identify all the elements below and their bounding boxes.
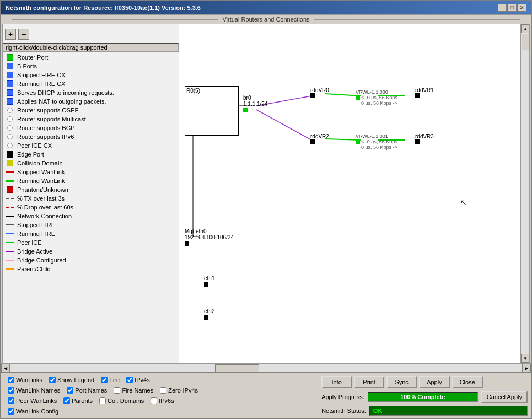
rddVR3-label: rddVR3 <box>415 133 434 139</box>
checkbox-ipv4s[interactable]: IPv4s <box>126 377 150 383</box>
legend-label: Running WanLink <box>17 178 65 184</box>
wanlink-names-checkbox[interactable] <box>8 387 14 394</box>
progress-bar-fill: 100% Complete <box>368 393 477 401</box>
legend-label: Phantom/Unknown <box>17 186 68 193</box>
list-item: Router Port <box>3 53 179 62</box>
checkbox-port-names[interactable]: Port Names <box>67 387 107 394</box>
list-item: Router supports BGP <box>3 123 179 132</box>
eth1-node[interactable]: eth1 <box>204 275 214 287</box>
checkbox-wanlinks[interactable]: WanLinks <box>8 377 42 383</box>
ipv6s-checkbox[interactable] <box>151 397 157 404</box>
rddVR0-node[interactable]: rddVR0 <box>310 87 329 98</box>
legend-label: Parent/Child <box>17 266 51 272</box>
network-canvas[interactable]: R0(5) br0 1.1.1.1/24 rddVR0 VR <box>179 24 520 363</box>
minimize-button[interactable]: – <box>498 4 507 12</box>
rddVR3-node[interactable]: rddVR3 <box>415 133 434 144</box>
running-fire-icon <box>5 230 15 238</box>
mgt-eth0-ip: 192.168.100.106/24 <box>185 234 234 240</box>
edge-port-icon <box>5 151 15 158</box>
list-item: Applies NAT to outgoing packets. <box>3 97 179 106</box>
checkbox-ipv6s[interactable]: IPv6s <box>151 397 174 404</box>
scroll-h-thumb[interactable] <box>215 364 259 372</box>
mgt-eth0-node[interactable]: Mgt-eth0 192.168.100.106/24 <box>185 228 234 246</box>
scroll-down-button[interactable]: ▼ <box>521 354 530 363</box>
list-item: Stopped FIRE CX <box>3 71 179 79</box>
cancel-apply-button[interactable]: Cancel Apply <box>481 391 528 403</box>
legend-panel: + − right-click/double-click/drag suppor… <box>3 24 179 363</box>
checkbox-row-3: Peer WanLinks Parents Col. Domains <box>4 396 314 406</box>
vrwl000-label: VRWL-1.1.000 <box>356 89 397 95</box>
print-button[interactable]: Print <box>354 376 384 388</box>
col-domains-label: Col. Domains <box>108 397 144 404</box>
port-names-checkbox[interactable] <box>67 387 73 394</box>
list-item: Router supports Multicast <box>3 115 179 123</box>
checkbox-zero-ipv4s[interactable]: Zero-IPv4s <box>160 387 198 394</box>
close-button-bottom[interactable]: Close <box>452 376 483 388</box>
horizontal-scrollbar[interactable]: ◀ ▶ <box>1 363 531 372</box>
checkbox-fire[interactable]: Fire <box>101 377 120 383</box>
show-legend-checkbox[interactable] <box>49 377 56 383</box>
rddVR1-node[interactable]: rddVR1 <box>415 87 434 98</box>
rddVR2-node[interactable]: rddVR2 <box>310 133 329 144</box>
legend-label: Peer ICE <box>17 239 42 246</box>
stopped-wanlink-icon <box>5 168 15 176</box>
bottom-controls: WanLinks Show Legend Fire IPv4s <box>1 372 531 418</box>
legend-label: Router supports IPv6 <box>17 133 74 140</box>
rddVR1-port <box>415 93 420 98</box>
checkbox-wanlink-config[interactable]: WanLink Config <box>8 408 58 415</box>
peer-wanlinks-label: Peer WanLinks <box>16 397 57 404</box>
checkbox-wanlink-names[interactable]: WanLink Names <box>8 387 60 394</box>
title-bar-buttons: – □ ✕ <box>498 4 526 12</box>
maximize-button[interactable]: □ <box>508 4 517 12</box>
apply-button[interactable]: Apply <box>419 376 450 388</box>
list-item: Stopped WanLink <box>3 168 179 176</box>
checkbox-col-domains[interactable]: Col. Domains <box>99 397 144 404</box>
zoom-in-button[interactable]: + <box>5 29 16 40</box>
ipv4s-checkbox[interactable] <box>126 377 133 383</box>
legend-label: Collision Domain <box>17 160 63 166</box>
main-window: Netsmith configuration for Resource: lf0… <box>0 0 532 419</box>
bridge-configured-icon <box>5 256 15 264</box>
eth2-port <box>204 315 208 320</box>
col-domains-checkbox[interactable] <box>99 397 106 404</box>
scroll-left-button[interactable]: ◀ <box>1 364 10 373</box>
vrwl001-node[interactable]: VRWL-1.1.001 <- 0 us, 56 Kbps 0 us, 56 K… <box>356 133 397 150</box>
fire-checkbox[interactable] <box>101 377 108 383</box>
apply-progress-label: Apply Progress: <box>321 394 364 400</box>
router-box[interactable]: R0(5) <box>185 86 239 136</box>
sync-button[interactable]: Sync <box>386 376 417 388</box>
zoom-out-button[interactable]: − <box>18 29 29 40</box>
vrwl000-node[interactable]: VRWL-1.1.000 <- 0 us, 56 Kbps 0 us, 56 K… <box>356 89 397 106</box>
wanlinks-checkbox[interactable] <box>8 377 14 383</box>
peer-wanlinks-checkbox[interactable] <box>8 397 14 404</box>
zero-ipv4s-checkbox[interactable] <box>160 387 166 394</box>
scroll-thumb[interactable] <box>522 34 529 50</box>
network-connection-icon <box>5 212 15 220</box>
close-button[interactable]: ✕ <box>518 4 526 12</box>
list-item: Serves DHCP to incoming requests. <box>3 88 179 97</box>
eth2-node[interactable]: eth2 <box>204 308 214 320</box>
checkbox-fire-names[interactable]: Fire Names <box>114 387 153 394</box>
title-bar: Netsmith configuration for Resource: lf0… <box>1 1 531 14</box>
scroll-up-button[interactable]: ▲ <box>521 24 530 33</box>
scroll-right-button[interactable]: ▶ <box>522 364 531 373</box>
scroll-track[interactable] <box>521 33 529 354</box>
scroll-h-track[interactable] <box>10 364 522 372</box>
peer-ice-cx-icon <box>5 142 15 149</box>
legend-label: Network Connection <box>17 213 72 219</box>
checkbox-parents[interactable]: Parents <box>63 397 93 404</box>
checkbox-show-legend[interactable]: Show Legend <box>49 377 94 383</box>
fire-names-checkbox[interactable] <box>114 387 120 394</box>
list-item: Bridge Configured <box>3 256 179 265</box>
phantom-unknown-icon <box>5 186 15 194</box>
serves-dhcp-icon <box>5 89 15 96</box>
parents-checkbox[interactable] <box>63 397 70 404</box>
br0-node[interactable]: br0 1.1.1.1/24 <box>243 95 267 112</box>
wanlink-config-checkbox[interactable] <box>8 408 14 415</box>
vrwl000-port-left <box>356 95 360 100</box>
vertical-scrollbar[interactable]: ▲ ▼ <box>520 24 529 363</box>
rddVR2-label: rddVR2 <box>310 133 329 139</box>
checkbox-peer-wanlinks[interactable]: Peer WanLinks <box>8 397 57 404</box>
fire-names-label: Fire Names <box>122 387 153 394</box>
info-button[interactable]: Info <box>321 376 352 388</box>
